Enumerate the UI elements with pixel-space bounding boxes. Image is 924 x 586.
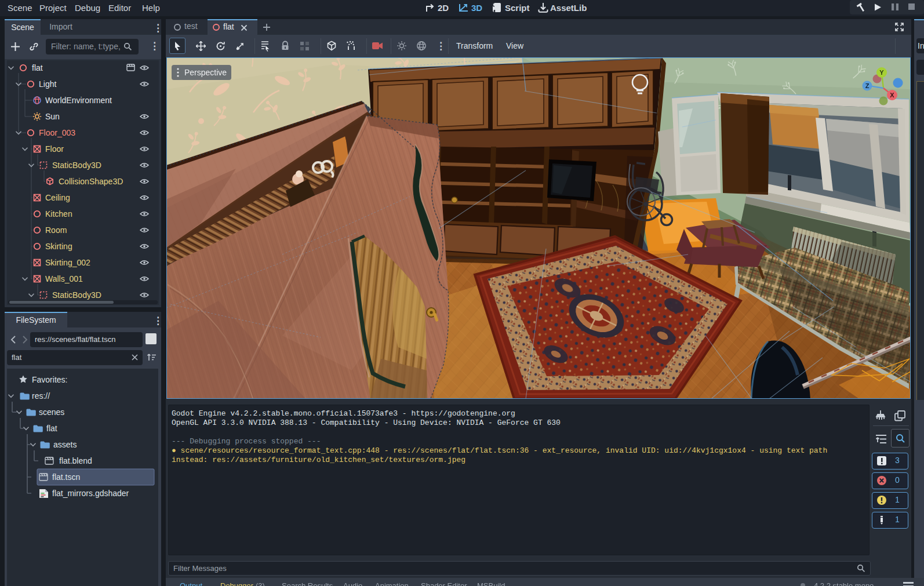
svg-text:Favorites:: Favorites:	[32, 375, 67, 384]
svg-text:assets: assets	[53, 440, 77, 449]
svg-text:StaticBody3D: StaticBody3D	[52, 161, 101, 170]
svg-text:flat: flat	[46, 424, 57, 433]
svg-text:Kitchen: Kitchen	[45, 209, 72, 219]
svg-text:Skirting: Skirting	[45, 242, 72, 251]
svg-text:CollisionShape3D: CollisionShape3D	[59, 177, 123, 186]
svg-text:res://: res://	[32, 391, 50, 401]
svg-text:Y: Y	[879, 69, 884, 76]
svg-text:Room: Room	[45, 225, 67, 235]
svg-text:WorldEnvironment: WorldEnvironment	[45, 96, 112, 105]
svg-text:StaticBody3D: StaticBody3D	[52, 290, 101, 300]
svg-text:Z: Z	[865, 82, 870, 89]
svg-text:Ceiling: Ceiling	[45, 193, 70, 202]
svg-text:flat.blend: flat.blend	[59, 456, 92, 465]
svg-text:Floor_003: Floor_003	[39, 128, 75, 137]
svg-text:Skirting_002: Skirting_002	[45, 258, 90, 267]
svg-text:Walls_001: Walls_001	[45, 274, 83, 283]
svg-text:Light: Light	[39, 79, 56, 89]
svg-text:flat.tscn: flat.tscn	[52, 472, 80, 482]
svg-text:X: X	[890, 92, 894, 99]
svg-text:Sun: Sun	[45, 112, 60, 121]
svg-text:flat_mirrors.gdshader: flat_mirrors.gdshader	[52, 489, 129, 498]
svg-text:scenes: scenes	[39, 407, 64, 417]
svg-text:Floor: Floor	[45, 144, 64, 154]
svg-text:Perspective: Perspective	[184, 68, 227, 77]
svg-text:flat: flat	[32, 63, 43, 72]
